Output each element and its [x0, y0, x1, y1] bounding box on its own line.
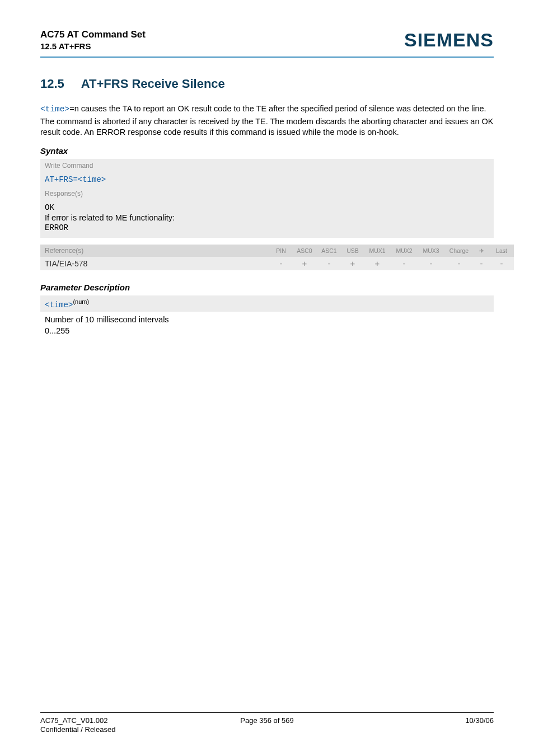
col-asc1: ASC1: [317, 245, 341, 257]
col-mux1: MUX1: [364, 245, 391, 257]
matrix-value-row: - + - + + - - - - -: [270, 257, 514, 270]
doc-title: AC75 AT Command Set: [40, 29, 146, 40]
col-usb: USB: [341, 245, 364, 257]
intro-paragraph-1: <time>=n causes the TA to report an OK r…: [40, 104, 494, 115]
col-last: Last: [489, 245, 514, 257]
write-command-label: Write Command: [40, 159, 494, 172]
footer-center: Page 356 of 569: [191, 716, 343, 734]
col-pin: PIN: [270, 245, 292, 257]
param-name-box: <time>(num): [40, 295, 494, 312]
val-mux2: -: [391, 257, 418, 270]
header-rule: [40, 57, 494, 58]
response-condition: If error is related to ME functionality:: [45, 213, 489, 222]
val-mux1: +: [364, 257, 391, 270]
param-range: 0...255: [45, 326, 489, 335]
write-command-param: <time>: [78, 175, 106, 184]
reference-matrix: PIN ASC0 ASC1 USB MUX1 MUX2 MUX3 Charge …: [270, 245, 514, 270]
footer-right: 10/30/06: [343, 716, 494, 734]
header-left: AC75 AT Command Set 12.5 AT+FRS: [40, 29, 146, 51]
section-heading: 12.5AT+FRS Receive Silence: [40, 77, 494, 91]
reference-value: TIA/EIA-578: [40, 257, 270, 270]
response-ok: OK: [45, 203, 489, 212]
reference-left-col: Reference(s) TIA/EIA-578: [40, 245, 270, 270]
time-param-ref: <time>: [40, 105, 69, 114]
intro-para1-text: =n causes the TA to report an OK result …: [69, 104, 486, 113]
section-number: 12.5: [40, 77, 64, 91]
col-asc0: ASC0: [292, 245, 317, 257]
responses-body: OK If error is related to ME functionali…: [40, 200, 494, 238]
val-asc1: -: [317, 257, 341, 270]
page-footer: AC75_ATC_V01.002 Confidential / Released…: [40, 712, 494, 734]
val-arrow: -: [474, 257, 489, 270]
col-arrow-icon: ✈: [474, 245, 489, 257]
footer-doc-id: AC75_ATC_V01.002: [40, 716, 191, 725]
reference-label: Reference(s): [40, 245, 270, 257]
reference-table: Reference(s) TIA/EIA-578 PIN ASC0 ASC1 U…: [40, 245, 494, 270]
val-usb: +: [341, 257, 364, 270]
val-pin: -: [270, 257, 292, 270]
page-header: AC75 AT Command Set 12.5 AT+FRS SIEMENS: [40, 29, 494, 51]
val-mux3: -: [418, 257, 444, 270]
intro-paragraph-2: The command is aborted if any character …: [40, 116, 494, 138]
footer-left: AC75_ATC_V01.002 Confidential / Released: [40, 716, 191, 734]
footer-confidentiality: Confidential / Released: [40, 725, 191, 734]
param-description: Number of 10 millisecond intervals: [45, 315, 489, 324]
responses-label: Response(s): [40, 187, 494, 200]
response-error: ERROR: [45, 223, 489, 232]
val-last: -: [489, 257, 514, 270]
param-superscript: (num): [73, 298, 89, 305]
write-command-row: AT+FRS=<time>: [40, 172, 494, 187]
val-charge: -: [444, 257, 474, 270]
section-title-text: AT+FRS Receive Silence: [81, 77, 225, 91]
write-command-prefix: AT+FRS=: [45, 175, 78, 184]
param-details: Number of 10 millisecond intervals 0...2…: [40, 315, 494, 335]
doc-subsection: 12.5 AT+FRS: [40, 41, 146, 51]
matrix-header-row: PIN ASC0 ASC1 USB MUX1 MUX2 MUX3 Charge …: [270, 245, 514, 257]
col-mux2: MUX2: [391, 245, 418, 257]
col-charge: Charge: [444, 245, 474, 257]
param-desc-heading: Parameter Description: [40, 283, 494, 292]
brand-logo: SIEMENS: [404, 29, 494, 51]
syntax-heading: Syntax: [40, 146, 494, 156]
param-name: <time>: [45, 300, 73, 309]
col-mux3: MUX3: [418, 245, 444, 257]
val-asc0: +: [292, 257, 317, 270]
syntax-block: Write Command AT+FRS=<time> Response(s) …: [40, 159, 494, 238]
